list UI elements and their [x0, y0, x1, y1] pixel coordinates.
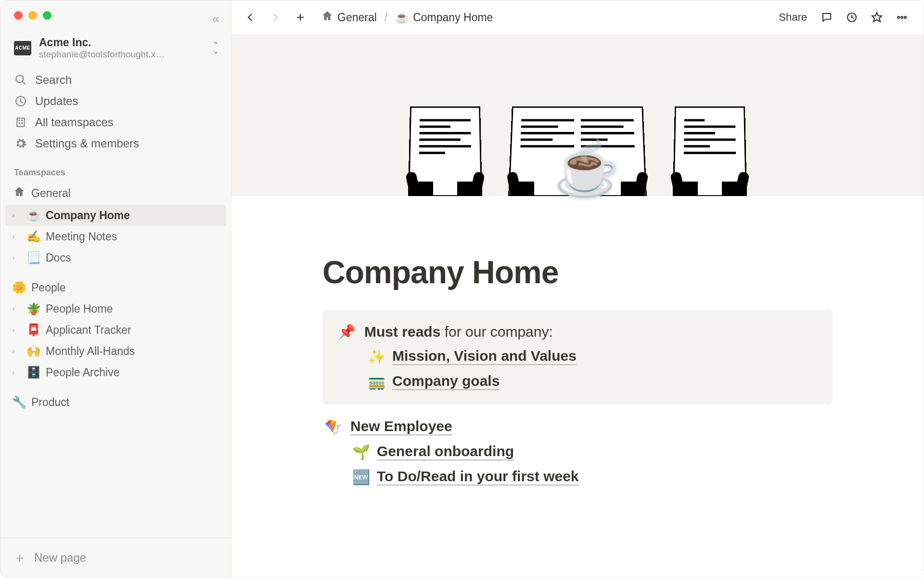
- link-new-employee[interactable]: 🪁 New Employee: [322, 418, 833, 435]
- teamspace-people[interactable]: 🌼 People: [5, 277, 226, 298]
- section-new-employee: 🪁 New Employee 🌱 General onboarding 🆕 To…: [322, 418, 833, 486]
- teamspace-label: People: [31, 281, 220, 294]
- chevron-right-icon[interactable]: ›: [12, 368, 22, 377]
- pushpin-icon: 📌: [338, 323, 356, 340]
- mailbox-icon: 📮: [26, 323, 41, 337]
- page-label: Monthly All-Hands: [46, 345, 220, 358]
- chevron-right-icon[interactable]: ›: [12, 304, 22, 313]
- sidebar-nav: Search Updates All teamspaces Settings &…: [0, 65, 231, 157]
- workspace-name: Acme Inc.: [39, 36, 205, 49]
- page-meeting-notes[interactable]: › ✍️ Meeting Notes: [5, 226, 226, 247]
- page-icon[interactable]: ☕: [554, 142, 620, 195]
- chevron-updown-icon: ⌃⌄: [212, 43, 219, 53]
- chevron-right-icon[interactable]: ›: [12, 232, 22, 241]
- svg-point-6: [904, 16, 906, 18]
- kite-icon: 🪁: [322, 419, 344, 435]
- updates-clock-button[interactable]: [842, 7, 862, 27]
- page-monthly-all-hands[interactable]: › 🙌 Monthly All-Hands: [5, 341, 226, 362]
- new-page-label: New page: [34, 551, 86, 565]
- coffee-icon: ☕: [26, 209, 41, 222]
- page-people-archive[interactable]: › 🗄️ People Archive: [5, 362, 226, 383]
- window-zoom-button[interactable]: [43, 11, 51, 20]
- page-applicant-tracker[interactable]: › 📮 Applicant Tracker: [5, 319, 226, 341]
- svg-marker-3: [872, 13, 882, 22]
- callout-must-reads[interactable]: 📌 Must reads for our company: ✨ Mission,…: [322, 310, 833, 405]
- wrench-icon: 🔧: [12, 395, 26, 409]
- page-label: Meeting Notes: [46, 230, 220, 243]
- seedling-icon: 🌱: [352, 444, 370, 460]
- favorite-star-button[interactable]: [867, 7, 887, 27]
- home-icon: [12, 185, 26, 201]
- workspace-switcher[interactable]: ACME Acme Inc. stephanie@toolsforthought…: [0, 20, 231, 65]
- sidebar-item-updates[interactable]: Updates: [6, 91, 225, 112]
- page-docs[interactable]: › 📃 Docs: [5, 247, 226, 268]
- teamspaces-label: Teamspaces: [0, 157, 231, 182]
- link-text: To Do/Read in your first week: [377, 468, 579, 486]
- page-label: Docs: [46, 251, 220, 264]
- new-page-button[interactable]: ＋ New page: [0, 538, 231, 578]
- page-label: People Archive: [46, 366, 220, 379]
- sidebar-item-label: Settings & members: [35, 137, 139, 150]
- nav-back-button[interactable]: [240, 7, 260, 27]
- breadcrumb-general[interactable]: General: [318, 8, 380, 27]
- writing-icon: ✍️: [26, 230, 41, 243]
- link-todo-first-week[interactable]: 🆕 To Do/Read in your first week: [322, 468, 833, 486]
- sidebar-item-label: All teamspaces: [35, 116, 114, 129]
- link-text: New Employee: [350, 418, 452, 435]
- nav-forward-button[interactable]: [265, 7, 285, 27]
- svg-point-5: [901, 16, 903, 18]
- new-tab-button[interactable]: [290, 7, 310, 27]
- link-text: Mission, Vision and Values: [392, 348, 577, 365]
- workspace-email: stephanie@toolsforthought.x…: [39, 49, 193, 60]
- topbar: General / ☕ Company Home Share: [231, 0, 924, 34]
- chevron-right-icon[interactable]: ›: [12, 253, 22, 262]
- callout-head-rest: for our company:: [440, 324, 552, 340]
- hands-icon: 🙌: [26, 344, 41, 358]
- tram-icon: 🚃: [368, 373, 385, 390]
- chevron-right-icon[interactable]: ›: [12, 211, 22, 220]
- share-button[interactable]: Share: [774, 8, 812, 26]
- flower-icon: 🌼: [12, 281, 26, 294]
- plus-icon: ＋: [13, 549, 26, 567]
- coffee-icon: ☕: [395, 11, 409, 24]
- teamspace-general[interactable]: General: [5, 182, 226, 205]
- archive-icon: 🗄️: [26, 366, 41, 379]
- page-label: Applicant Tracker: [46, 324, 220, 337]
- more-menu-button[interactable]: [892, 7, 912, 27]
- window-minimize-button[interactable]: [28, 11, 37, 20]
- sidebar-item-label: Updates: [35, 94, 78, 108]
- link-general-onboarding[interactable]: 🌱 General onboarding: [322, 443, 833, 460]
- window-controls: [0, 0, 231, 20]
- page-people-home[interactable]: › 🪴 People Home: [5, 298, 226, 319]
- teamspace-label: General: [31, 187, 220, 200]
- breadcrumb-company-home[interactable]: ☕ Company Home: [392, 9, 496, 26]
- comments-button[interactable]: [817, 7, 837, 27]
- page-title[interactable]: Company Home: [322, 254, 833, 290]
- search-icon: [14, 74, 27, 86]
- breadcrumb-label: Company Home: [413, 11, 493, 24]
- sidebar-item-teamspaces[interactable]: All teamspaces: [6, 112, 225, 133]
- svg-point-4: [898, 16, 899, 18]
- teamspace-product[interactable]: 🔧 Product: [5, 392, 226, 413]
- clock-icon: [14, 95, 27, 107]
- home-icon: [321, 10, 334, 25]
- sparkles-icon: ✨: [368, 348, 385, 365]
- collapse-sidebar-button[interactable]: «: [212, 11, 219, 26]
- chevron-right-icon[interactable]: ›: [12, 326, 22, 334]
- plant-icon: 🪴: [26, 302, 41, 315]
- callout-head-bold: Must reads: [364, 324, 440, 340]
- sidebar: « ACME Acme Inc. stephanie@toolsforthoug…: [0, 0, 231, 578]
- sidebar-item-search[interactable]: Search: [6, 69, 225, 91]
- sidebar-item-label: Search: [35, 73, 72, 87]
- link-company-goals[interactable]: 🚃 Company goals: [368, 373, 817, 390]
- page-company-home[interactable]: › ☕ Company Home: [5, 205, 226, 226]
- breadcrumb-separator: /: [385, 11, 387, 24]
- sidebar-item-settings[interactable]: Settings & members: [6, 133, 225, 154]
- teamspace-tree: General › ☕ Company Home › ✍️ Meeting No…: [0, 182, 231, 413]
- page-label: People Home: [46, 302, 220, 315]
- chevron-right-icon[interactable]: ›: [12, 347, 22, 355]
- link-mission-vision-values[interactable]: ✨ Mission, Vision and Values: [368, 348, 817, 365]
- page-label: Company Home: [46, 209, 220, 222]
- gear-icon: [14, 137, 27, 150]
- window-close-button[interactable]: [14, 11, 23, 20]
